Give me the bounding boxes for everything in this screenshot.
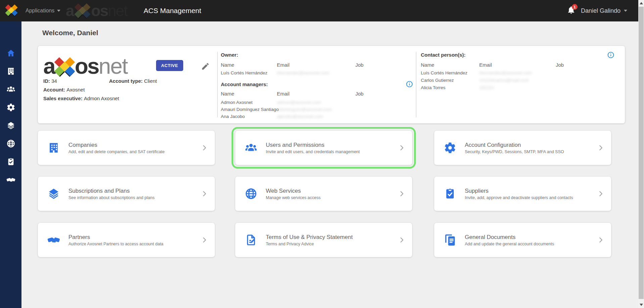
scrollbar-thumb[interactable]	[639, 7, 644, 299]
chevron-right-icon	[201, 144, 208, 151]
owner-col-email: Email	[277, 62, 290, 68]
tile-users-and-permissions[interactable]: Users and PermissionsInvite and edit use…	[235, 131, 412, 165]
suppliers-clipboard-icon	[444, 187, 456, 200]
contacts-info-button[interactable]	[607, 51, 614, 59]
sidebar-item-users[interactable]	[0, 82, 21, 97]
tile-account-configuration[interactable]: Account ConfigurationSecurity, Keys/PWD,…	[434, 131, 611, 165]
tile-subtitle: Terms and Privacy Advice	[266, 242, 398, 246]
sales-executive-value: Admon Axosnet	[84, 96, 119, 101]
contacts-col-name: Name	[421, 62, 434, 68]
chevron-right-icon	[201, 190, 208, 197]
tile-subtitle: Authorize Axosnet Partners to access acc…	[68, 242, 201, 246]
chevron-right-icon	[398, 190, 405, 197]
contact-row-email-redacted: 101154carlos@mail.com	[479, 78, 529, 83]
scroll-up-arrow-icon[interactable]	[640, 2, 643, 4]
account-summary-card: a os net ACTIVE ID: 34 Account type: Cli…	[38, 46, 625, 123]
web-services-globe-icon	[6, 139, 15, 148]
status-badge: ACTIVE	[156, 60, 183, 71]
chevron-right-icon	[398, 144, 405, 151]
info-icon	[406, 80, 413, 88]
partners-handshake-icon	[47, 234, 60, 246]
sidebar-item-companies[interactable]	[0, 64, 21, 78]
tile-subtitle: Invite, add, approve and deactivate supp…	[465, 195, 597, 200]
tile-partners[interactable]: PartnersAuthorize Axosnet Partners to ac…	[38, 223, 215, 257]
tile-subtitle: Invite and edit users, and credentials m…	[266, 149, 398, 154]
documents-copy-icon	[444, 234, 456, 246]
divider	[416, 52, 416, 117]
watermark-text-net: net	[108, 2, 127, 20]
sidebar-item-home[interactable]	[0, 46, 21, 60]
sidebar-item-settings[interactable]	[0, 100, 21, 115]
left-sidebar	[0, 21, 21, 308]
tile-subtitle: Manage web services access	[266, 195, 398, 200]
edit-account-button[interactable]	[201, 62, 210, 71]
tile-title: Suppliers	[465, 188, 597, 194]
managers-col-name: Name	[221, 91, 234, 97]
user-menu-button[interactable]: Daniel Galindo	[581, 7, 627, 14]
divider	[217, 52, 218, 117]
sidebar-item-web-services[interactable]	[0, 136, 21, 151]
chevron-right-icon	[398, 236, 405, 244]
module-tiles-grid: CompaniesAdd, edit and delete companies,…	[38, 131, 612, 257]
tile-companies[interactable]: CompaniesAdd, edit and delete companies,…	[38, 131, 215, 165]
chevron-right-icon	[201, 236, 208, 244]
owner-row-name: Luís Cortés Hernández	[221, 70, 267, 75]
account-type-value: Client	[144, 78, 157, 84]
pencil-icon	[201, 62, 210, 71]
account-type-label: Account type:	[109, 78, 143, 84]
manager-row-name: Amauri Domínguez Santiago	[221, 107, 279, 112]
tile-subtitle: See information about subscriptions and …	[68, 195, 201, 200]
account-id-field: ID: 34	[43, 78, 57, 84]
manager-row-email-redacted: ajacobo@axosnet.com	[277, 114, 323, 119]
companies-building-icon	[47, 141, 60, 154]
id-label: ID:	[43, 78, 50, 84]
sidebar-item-subscriptions[interactable]	[0, 118, 21, 133]
account-name-field: Account: Axosnet	[43, 87, 85, 93]
watermark-text-a: a	[66, 2, 74, 20]
account-type-field: Account type: Client	[109, 78, 157, 84]
owner-row-email-redacted: lhernandez@axosnet.com	[277, 70, 330, 75]
chevron-right-icon	[597, 190, 604, 197]
home-icon	[6, 49, 15, 58]
contact-row-name: Luís Cortés Hernández	[421, 70, 467, 75]
applications-menu-button[interactable]: Applications	[26, 0, 60, 21]
manager-row-name: Admon Axosnet	[221, 100, 253, 105]
watermark-text-os: os	[91, 2, 108, 20]
managers-col-email: Email	[277, 91, 290, 97]
contact-row-email-redacted: 191221	[479, 85, 494, 90]
managers-heading: Account managers:	[221, 81, 268, 87]
sidebar-item-suppliers[interactable]	[0, 154, 21, 169]
users-icon	[6, 85, 15, 94]
tile-terms-of-use[interactable]: Terms of Use & Privacy StatementTerms an…	[235, 223, 412, 257]
manager-row-email-redacted: adominguez@axosnet.com	[277, 107, 332, 112]
tile-title: Subscriptions and Plans	[68, 188, 201, 194]
contacts-col-job: Job	[556, 62, 564, 68]
subscriptions-layers-icon	[6, 121, 15, 130]
settings-gear-icon	[444, 141, 456, 154]
notification-badge: 1	[572, 4, 578, 10]
tile-suppliers[interactable]: SuppliersInvite, add, approve and deacti…	[434, 177, 611, 211]
page-title: Welcome, Daniel	[42, 29, 98, 37]
vertical-scrollbar[interactable]	[638, 0, 644, 308]
contacts-heading: Contact person(s):	[421, 52, 465, 58]
scroll-down-arrow-icon[interactable]	[640, 304, 643, 306]
tile-subscriptions-and-plans[interactable]: Subscriptions and PlansSee information a…	[38, 177, 215, 211]
info-icon	[607, 51, 614, 59]
users-icon	[245, 141, 257, 154]
id-value: 34	[51, 78, 57, 84]
tile-subtitle: Add, edit and delete companies, and SAT …	[68, 149, 201, 154]
logo-text-net: net	[99, 53, 128, 79]
tile-web-services[interactable]: Web ServicesManage web services access	[235, 177, 412, 211]
chevron-down-icon	[57, 10, 60, 12]
account-label: Account:	[43, 87, 65, 93]
tile-title: Partners	[68, 234, 201, 241]
contact-row-name: Carlos Gutierrez	[421, 78, 454, 83]
owner-info-button[interactable]	[406, 80, 413, 88]
sidebar-item-partners[interactable]	[0, 172, 21, 187]
tile-general-documents[interactable]: General DocumentsAdd and update the gene…	[434, 223, 611, 257]
sales-executive-label: Sales executive:	[43, 96, 83, 101]
contact-row-name: Alicia Torres	[421, 85, 445, 90]
notifications-button[interactable]: 1	[567, 6, 577, 16]
logo-text-a: a	[43, 53, 55, 79]
tile-title: Users and Permissions	[266, 142, 398, 148]
